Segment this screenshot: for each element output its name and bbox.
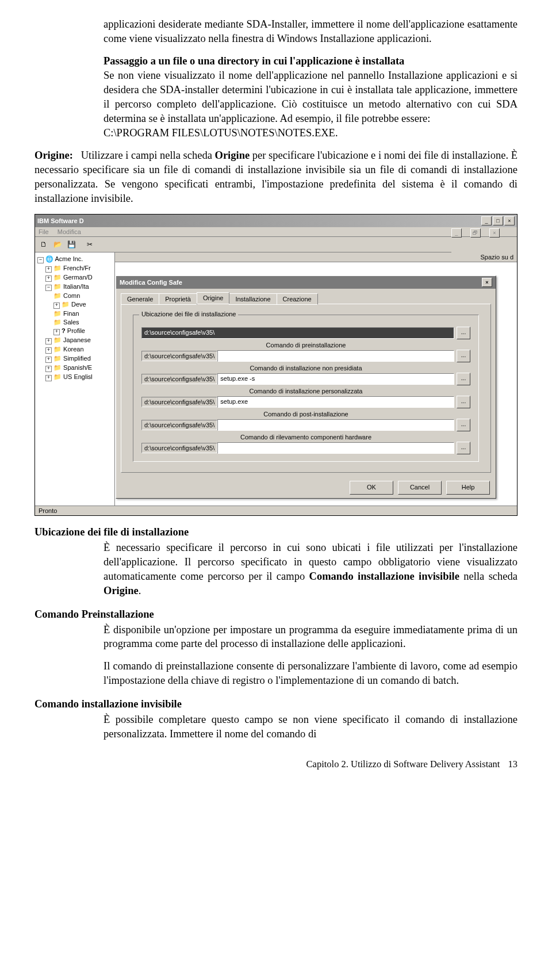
browse-main[interactable]: ... [457,327,470,339]
tree-italian[interactable]: Italian/Ita [63,283,89,290]
sec1-title: Ubicazione dei file di installazione [34,526,518,538]
origine-label: Origine: [34,150,73,161]
page-footer: Capitolo 2. Utilizzo di Software Deliver… [34,759,518,770]
tab-proprieta[interactable]: Proprietà [159,293,197,305]
cut-icon[interactable]: ✂ [83,238,96,251]
browse-pre[interactable]: ... [457,350,470,362]
browse-unatt[interactable]: ... [457,373,470,385]
label-pers: Comando di installazione personalizzata [141,388,470,395]
para2-rest: Se non viene visualizzato il nome dell'a… [103,70,518,124]
browse-post[interactable]: ... [457,419,470,431]
input-pre[interactable] [217,350,454,362]
sec1-body: È necessario specificare il percorso in … [34,541,518,598]
toolbar: 🗋 📂 💾 ✂ [35,237,451,252]
screenshot: IBM Software D _ □ × File Modifica _ 🗗 ×… [34,214,518,516]
prefix-pers: d:\source\configsafe\v35\ [141,397,217,407]
config-dialog: Modifica Config Safe × Generale Propriet… [116,275,496,499]
origine-t1: Utilizzare i campi nella scheda [81,150,215,161]
statusbar: Pronto [35,506,517,515]
dialog-title: Modifica Config Safe [120,279,182,286]
input-pers[interactable]: setup.exe [217,396,454,408]
group-ubicazione: Ubicazione dei file di installazione d:\… [133,315,479,462]
tab-creazione[interactable]: Creazione [277,293,318,305]
dialog-close-button[interactable]: × [482,278,492,287]
tree-us[interactable]: US Englisl [63,373,93,380]
input-post[interactable] [217,419,454,431]
ok-button[interactable]: OK [350,481,393,495]
mdi-min[interactable]: _ [451,228,462,238]
tree-simp[interactable]: Simplified [63,355,91,362]
label-unatt: Comando di installazione non presidiata [141,365,470,372]
browse-hw[interactable]: ... [457,442,470,454]
sec2-body2: Il comando di preinstallazione consente … [34,659,518,688]
tree-sales[interactable]: Sales [63,319,79,326]
tree-es[interactable]: Spanish/E [63,364,92,371]
browse-pers[interactable]: ... [457,396,470,408]
tree-deve[interactable]: Deve [71,301,86,308]
label-hw: Comando di rilevamento componenti hardwa… [141,434,470,441]
sec2-body: È disponibile un'opzione per impostare u… [34,623,518,652]
ibm-title-text: IBM Software D [37,217,84,224]
minimize-button[interactable]: _ [481,216,492,225]
label-pre: Comando di preinstallazione [141,342,470,349]
group-label: Ubicazione dei file di installazione [139,311,238,317]
save-icon[interactable]: 💾 [65,238,78,251]
cancel-button[interactable]: Cancel [398,481,442,495]
tree-profile[interactable]: Profile [67,327,85,334]
sec3-body: È possibile completare questo campo se n… [34,713,518,741]
tree-comn[interactable]: Comn [63,292,80,299]
tree-french[interactable]: French/Fr [63,265,91,271]
prefix-pre: d:\source\configsafe\v35\ [141,351,217,361]
tree-german[interactable]: German/D [63,274,93,281]
tree-panel: −🌐 Acme Inc. +📁 French/Fr +📁 German/D −📁… [35,252,115,506]
ibm-titlebar: IBM Software D _ □ × [35,215,517,227]
prefix-post: d:\source\configsafe\v35\ [141,420,217,430]
origine-b: Origine [215,150,250,161]
maximize-button[interactable]: □ [493,216,503,225]
menu-modifica[interactable]: Modifica [57,228,81,235]
para-2: Passaggio a un file o una directory in c… [34,54,518,140]
origine-para: Origine: Utilizzare i campi nella scheda… [34,148,518,206]
open-icon[interactable]: 📂 [51,238,64,251]
new-icon[interactable]: 🗋 [37,238,50,251]
tab-installazione[interactable]: Installazione [229,293,277,305]
close-button[interactable]: × [504,216,515,225]
menubar: File Modifica _ 🗗 × [35,227,517,237]
tree-root[interactable]: Acme Inc. [55,255,83,262]
tree-jp[interactable]: Japanese [63,336,91,343]
tab-generale[interactable]: Generale [121,293,159,305]
help-button[interactable]: Help [446,481,490,495]
col-spazio: Spazio su d [481,254,513,261]
mdi-max[interactable]: 🗗 [470,228,481,238]
para2-path: C:\PROGRAM FILES\LOTUS\NOTES\NOTES.EXE. [103,127,338,139]
label-post: Comando di post-installazione [141,411,470,418]
sec2-title: Comando Preinstallazione [34,608,518,621]
mdi-close[interactable]: × [489,228,500,238]
para2-bold: Passaggio a un file o una directory in c… [103,55,404,67]
input-unatt[interactable]: setup.exe -s [217,373,454,385]
ibm-window: IBM Software D _ □ × File Modifica _ 🗗 ×… [34,214,518,516]
input-hw[interactable] [217,442,454,454]
menu-file[interactable]: File [39,228,49,235]
prefix-hw: d:\source\configsafe\v35\ [141,443,217,453]
tab-origine[interactable]: Origine [197,292,229,304]
prefix-unatt: d:\source\configsafe\v35\ [141,374,217,384]
tree-finan[interactable]: Finan [63,310,79,317]
para-1: applicazioni desiderate mediante SDA-Ins… [34,17,518,46]
path-input-main[interactable]: d:\source\configsafe\v35\ [141,327,454,339]
sec3-title: Comando installazione invisibile [34,698,518,710]
tree-kr[interactable]: Korean [63,346,83,353]
